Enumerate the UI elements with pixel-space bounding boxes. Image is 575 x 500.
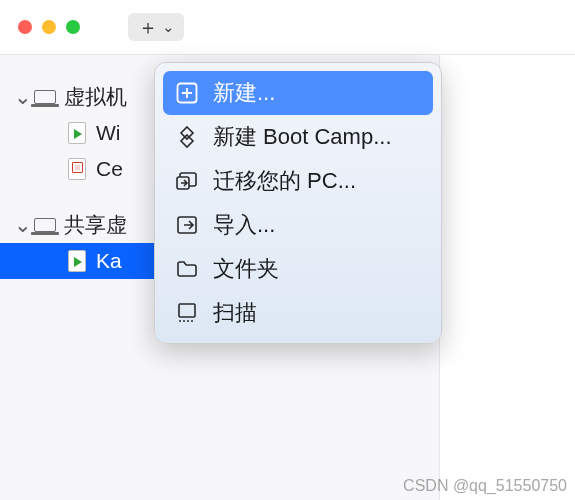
add-menu-popover: 新建... 新建 Boot Camp... 迁移您的 PC... 导入... 文… xyxy=(154,62,442,344)
vm-running-icon xyxy=(68,122,86,144)
scan-icon xyxy=(175,301,199,325)
menu-item-scan[interactable]: 扫描 xyxy=(163,291,433,335)
menu-item-import[interactable]: 导入... xyxy=(163,203,433,247)
chevron-down-icon: ⌄ xyxy=(14,85,26,109)
menu-label: 扫描 xyxy=(213,298,257,328)
laptop-icon xyxy=(34,90,56,104)
section-label: 共享虚 xyxy=(64,211,127,239)
vm-stopped-icon xyxy=(68,158,86,180)
menu-label: 文件夹 xyxy=(213,254,279,284)
import-icon xyxy=(175,213,199,237)
item-label: Wi xyxy=(96,121,121,145)
titlebar: ＋ ⌄ xyxy=(0,0,575,55)
plus-icon: ＋ xyxy=(138,14,158,41)
menu-item-bootcamp[interactable]: 新建 Boot Camp... xyxy=(163,115,433,159)
migrate-icon xyxy=(175,169,199,193)
window-minimize-button[interactable] xyxy=(42,20,56,34)
window-close-button[interactable] xyxy=(18,20,32,34)
menu-item-migrate[interactable]: 迁移您的 PC... xyxy=(163,159,433,203)
chevron-down-icon: ⌄ xyxy=(14,213,26,237)
vm-running-icon xyxy=(68,250,86,272)
menu-item-folder[interactable]: 文件夹 xyxy=(163,247,433,291)
item-label: Ka xyxy=(96,249,122,273)
plus-square-icon xyxy=(175,81,199,105)
diamond-icon xyxy=(175,125,199,149)
svg-rect-4 xyxy=(179,304,195,317)
menu-item-new[interactable]: 新建... xyxy=(163,71,433,115)
main-area xyxy=(440,55,575,500)
menu-label: 新建 Boot Camp... xyxy=(213,122,392,152)
laptop-icon xyxy=(34,218,56,232)
item-label: Ce xyxy=(96,157,123,181)
menu-label: 新建... xyxy=(213,78,275,108)
section-label: 虚拟机 xyxy=(64,83,127,111)
folder-icon xyxy=(175,257,199,281)
add-dropdown-button[interactable]: ＋ ⌄ xyxy=(128,13,184,41)
watermark: CSDN @qq_51550750 xyxy=(403,477,567,495)
menu-label: 导入... xyxy=(213,210,275,240)
chevron-down-icon: ⌄ xyxy=(162,18,175,36)
window-zoom-button[interactable] xyxy=(66,20,80,34)
menu-label: 迁移您的 PC... xyxy=(213,166,356,196)
